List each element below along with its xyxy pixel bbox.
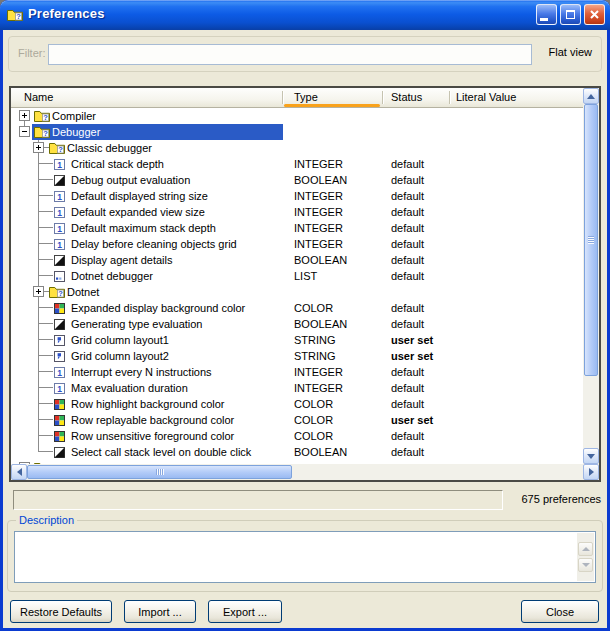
tree-row[interactable]: 1Delay before cleaning objects gridINTEG… xyxy=(11,236,583,252)
minimize-button[interactable] xyxy=(536,4,557,25)
tree-row[interactable]: Generating type evaluationBOOLEANdefault… xyxy=(11,316,583,332)
tree-row[interactable]: 1Critical stack depthINTEGERdefault1000 xyxy=(11,156,583,172)
arrow-down-icon xyxy=(582,563,590,567)
preferences-window: ? Preferences Filter: Flat view Name Typ… xyxy=(0,0,610,631)
row-name: Select call stack level on double click xyxy=(71,444,251,460)
row-type: COLOR xyxy=(294,396,384,412)
window-title: Preferences xyxy=(28,6,105,21)
tree-row[interactable]: Grid column layout1STRINGuser set1:True:… xyxy=(11,332,583,348)
tree-row[interactable]: 1Default displayed string sizeINTEGERdef… xyxy=(11,188,583,204)
column-divider[interactable] xyxy=(282,91,283,104)
svg-text:1: 1 xyxy=(57,384,62,394)
arrow-left-icon xyxy=(17,468,22,476)
row-type: INTEGER xyxy=(294,220,384,236)
tree-row[interactable]: Row highlight background colorCOLORdefau… xyxy=(11,396,583,412)
row-name: Row unsensitive foreground color xyxy=(71,428,234,444)
tree-row[interactable]: 1Default maximum stack depthINTEGERdefau… xyxy=(11,220,583,236)
row-name: Grid column layout2 xyxy=(71,348,169,364)
vertical-scrollbar-thumb[interactable] xyxy=(584,104,598,376)
export-button[interactable]: Export ... xyxy=(208,600,282,623)
row-status: default xyxy=(391,236,451,252)
tree-row[interactable]: ?Dotnet xyxy=(11,284,583,300)
tree-row[interactable]: 1Max evaluation durationINTEGERdefault5 xyxy=(11,380,583,396)
row-type: COLOR xyxy=(294,412,384,428)
horizontal-scrollbar[interactable] xyxy=(11,464,599,480)
row-status: default xyxy=(391,172,451,188)
tree-row[interactable]: ?Classic debugger xyxy=(11,140,583,156)
description-group: Description xyxy=(7,520,603,592)
column-header-type[interactable]: Type xyxy=(294,91,318,103)
description-scroll-down-button[interactable] xyxy=(578,558,593,572)
expand-plus-icon[interactable] xyxy=(33,142,44,153)
row-name: Debugger xyxy=(52,124,100,140)
row-name: Interrupt every N instructions xyxy=(71,364,212,380)
tree-row[interactable]: 1Interrupt every N instructionsINTEGERde… xyxy=(11,364,583,380)
maximize-icon xyxy=(566,10,575,19)
row-status: default xyxy=(391,220,451,236)
row-status: default xyxy=(391,396,451,412)
scroll-left-button[interactable] xyxy=(11,464,27,480)
horizontal-scrollbar-thumb[interactable] xyxy=(27,465,292,479)
row-type: BOOLEAN xyxy=(294,172,384,188)
expand-plus-icon[interactable] xyxy=(33,286,44,297)
tree-row[interactable]: Select call stack level on double clickB… xyxy=(11,444,583,460)
tree-row[interactable]: ?Compiler xyxy=(11,108,583,124)
filter-input[interactable] xyxy=(48,44,532,65)
thumb-grip xyxy=(588,236,594,244)
column-divider[interactable] xyxy=(382,91,383,104)
tree-row[interactable]: Grid column layout2STRINGuser set1:True:… xyxy=(11,348,583,364)
svg-text:1: 1 xyxy=(57,160,62,170)
svg-text:1: 1 xyxy=(57,240,62,250)
tree-row[interactable]: Expanded display background colorCOLORde… xyxy=(11,300,583,316)
row-type: STRING xyxy=(294,348,384,364)
tree-row[interactable]: Debug output evaluationBOOLEANdefaultTru… xyxy=(11,172,583,188)
vertical-scrollbar[interactable] xyxy=(583,88,599,464)
flat-view-button[interactable]: Flat view xyxy=(549,46,592,58)
row-name: Dotnet xyxy=(67,284,99,300)
tree-row[interactable]: Row replayable background colorCOLORuser… xyxy=(11,412,583,428)
tree-branch-line xyxy=(38,451,53,452)
tree-row[interactable]: Row unsensitive foreground colorCOLORdef… xyxy=(11,428,583,444)
expand-plus-icon[interactable] xyxy=(19,110,30,121)
tree-row[interactable]: ?Debugger xyxy=(11,124,583,140)
row-name: Debug output evaluation xyxy=(71,172,190,188)
scroll-down-button[interactable] xyxy=(583,448,599,464)
description-scroll-up-button[interactable] xyxy=(578,542,593,556)
tree-branch-line xyxy=(38,179,53,180)
column-header-literal-value[interactable]: Literal Value xyxy=(456,91,516,103)
column-divider[interactable] xyxy=(449,91,450,104)
tree-branch-line xyxy=(38,211,53,212)
row-status: user set xyxy=(391,348,451,364)
tree-branch-line xyxy=(38,435,53,436)
scroll-right-button[interactable] xyxy=(583,464,599,480)
row-status: default xyxy=(391,428,451,444)
description-textarea[interactable] xyxy=(14,531,596,583)
preferences-grid: Name Type Status Literal Value ?Compiler… xyxy=(9,86,601,482)
restore-defaults-button[interactable]: Restore Defaults xyxy=(10,600,112,623)
close-button[interactable] xyxy=(584,4,605,25)
svg-text:?: ? xyxy=(16,12,21,21)
tree-branch-line xyxy=(38,243,53,244)
column-header-status[interactable]: Status xyxy=(391,91,422,103)
row-status: default xyxy=(391,300,451,316)
row-type: STRING xyxy=(294,332,384,348)
row-type: COLOR xyxy=(294,300,384,316)
row-status: default xyxy=(391,380,451,396)
svg-text:?: ? xyxy=(58,145,63,154)
tree-row[interactable]: Display agent detailsBOOLEANdefaultTrue xyxy=(11,252,583,268)
row-name: Default expanded view size xyxy=(71,204,205,220)
close-dialog-button[interactable]: Close xyxy=(521,600,599,623)
row-type: BOOLEAN xyxy=(294,316,384,332)
tree-row[interactable]: 1Default expanded view sizeINTEGERdefaul… xyxy=(11,204,583,220)
row-name: Delay before cleaning objects grid xyxy=(71,236,237,252)
import-button[interactable]: Import ... xyxy=(124,600,196,623)
row-type: INTEGER xyxy=(294,204,384,220)
tree-row[interactable]: Dotnet debuggerLISTdefaultEiffelStudio D… xyxy=(11,268,583,284)
column-header-name[interactable]: Name xyxy=(24,91,53,103)
row-name: Row replayable background color xyxy=(71,412,234,428)
collapse-minus-icon[interactable] xyxy=(19,126,30,137)
maximize-button[interactable] xyxy=(560,4,581,25)
row-status: default xyxy=(391,188,451,204)
scroll-up-button[interactable] xyxy=(583,88,599,104)
arrow-up-icon xyxy=(582,547,590,551)
